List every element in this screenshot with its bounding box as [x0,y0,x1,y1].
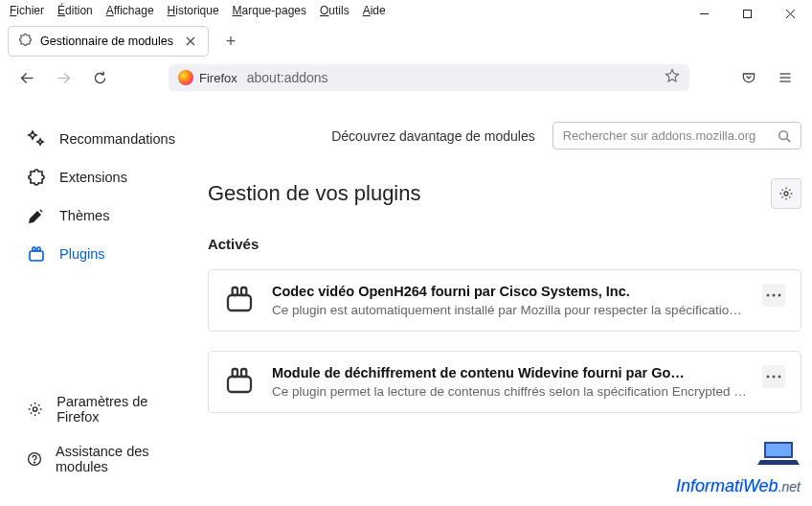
svg-point-31 [772,376,775,379]
gear-icon [778,186,794,201]
plugin-card[interactable]: Module de déchiffrement de contenu Widev… [208,351,801,413]
url-bar[interactable]: Firefox about:addons [169,64,689,91]
sidebar-item-help[interactable]: Assistance des modules [17,434,185,484]
svg-rect-27 [228,377,251,392]
plugin-icon [224,365,257,398]
settings-button[interactable] [771,178,801,209]
svg-rect-23 [241,288,246,295]
plugin-desc: Ce plugin permet la lecture de contenus … [272,384,747,399]
new-tab-button[interactable]: + [216,27,245,56]
svg-rect-29 [241,369,246,377]
svg-point-30 [766,376,769,379]
brush-icon [27,206,46,225]
plugin-desc: Ce plugin est automatiquement installé p… [272,303,747,317]
toolbar: Firefox about:addons [0,57,812,103]
sidebar-item-label: Thèmes [59,208,109,223]
svg-rect-22 [233,288,237,295]
svg-point-17 [34,462,35,463]
plugin-title: Module de déchiffrement de contenu Widev… [272,365,747,380]
more-button[interactable] [762,284,785,307]
watermark: InformatiWeb.net [676,476,801,496]
laptop-icon [756,439,801,472]
menu-edit[interactable]: Édition [57,4,93,17]
search-icon [778,129,791,143]
sidebar: Recommandations Extensions Thèmes Plugin… [0,103,189,501]
menu-file[interactable]: Fichier [10,4,44,17]
sidebar-item-extensions[interactable]: Extensions [17,158,185,196]
help-icon [27,449,42,469]
tabbar: Gestionnaire de modules compl + [0,22,812,57]
gear-icon [27,400,43,419]
puzzle-icon [18,33,33,50]
svg-point-25 [772,294,775,297]
menu-help[interactable]: Aide [363,4,386,17]
svg-rect-13 [33,247,35,251]
menu-history[interactable]: Historique [168,4,219,17]
svg-marker-8 [666,70,679,81]
sidebar-item-themes[interactable]: Thèmes [17,196,185,235]
sidebar-item-recommendations[interactable]: Recommandations [17,120,185,158]
sidebar-item-label: Plugins [59,246,105,262]
tab-title: Gestionnaire de modules compl [40,34,175,48]
search-placeholder: Rechercher sur addons.mozilla.org [563,128,772,143]
sidebar-item-label: Paramètres de Firefox [56,394,175,425]
svg-point-32 [778,376,780,379]
url-brand-label: Firefox [199,71,237,85]
svg-point-26 [778,294,780,297]
window-controls [683,2,812,25]
bookmark-star-icon[interactable] [665,68,680,87]
sidebar-item-label: Extensions [59,170,127,185]
reload-button[interactable] [84,62,115,93]
svg-rect-21 [228,295,251,310]
url-identity: Firefox [178,70,237,85]
forward-button[interactable] [48,62,79,93]
menu-bookmarks[interactable]: Marque-pages [233,4,306,17]
svg-rect-1 [744,10,752,17]
plugin-card[interactable]: Codec vidéo OpenH264 fourni par Cisco Sy… [208,269,801,332]
svg-line-19 [786,138,790,142]
plugin-icon [224,284,257,316]
sparkle-icon [27,129,46,149]
menu-tools[interactable]: Outils [320,4,350,17]
svg-rect-12 [30,251,43,261]
svg-point-15 [33,407,36,411]
page-title: Gestion de vos plugins [208,181,421,206]
sidebar-item-label: Assistance des modules [56,444,175,474]
back-button[interactable] [11,62,42,93]
plugin-icon [27,244,46,264]
sidebar-item-plugins[interactable]: Plugins [17,235,185,273]
close-icon[interactable] [183,34,198,49]
svg-point-18 [778,130,787,139]
pocket-button[interactable] [733,62,764,93]
content: Recommandations Extensions Thèmes Plugin… [0,103,812,501]
url-text: about:addons [247,70,655,85]
search-input[interactable]: Rechercher sur addons.mozilla.org [553,122,801,150]
svg-rect-14 [37,247,40,251]
maximize-button[interactable] [726,2,769,25]
puzzle-icon [27,168,46,187]
minimize-button[interactable] [683,2,726,25]
firefox-icon [178,70,193,85]
more-button[interactable] [762,365,785,388]
tab-addons[interactable]: Gestionnaire de modules compl [8,26,209,57]
section-enabled: Activés [208,236,801,252]
app-menu-button[interactable] [770,62,801,93]
svg-rect-28 [233,369,237,377]
sidebar-item-label: Recommandations [59,131,175,147]
svg-point-24 [766,294,769,297]
discover-label: Découvrez davantage de modules [331,128,534,144]
svg-point-20 [784,192,788,196]
discover-bar: Découvrez davantage de modules Recherche… [208,122,801,150]
sidebar-item-settings[interactable]: Paramètres de Firefox [17,384,185,434]
menu-view[interactable]: Affichage [106,4,154,17]
main-panel: Découvrez davantage de modules Recherche… [189,103,812,501]
plugin-title: Codec vidéo OpenH264 fourni par Cisco Sy… [272,284,747,299]
close-button[interactable] [769,2,812,25]
